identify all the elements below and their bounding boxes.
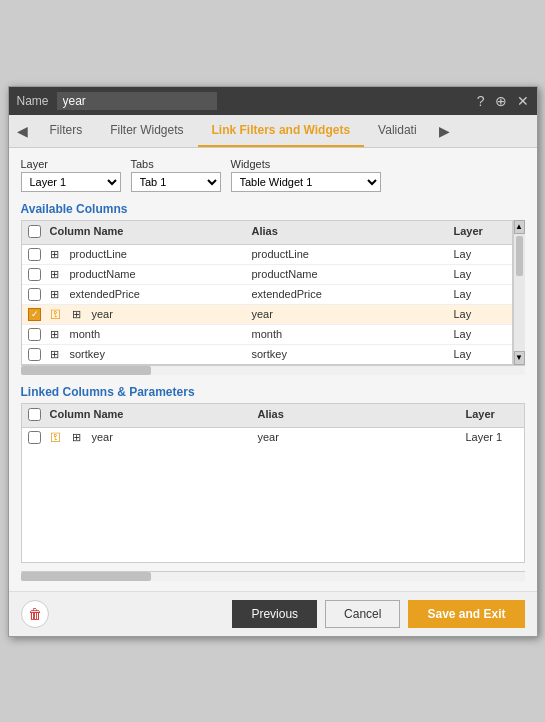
alias-cell: productLine [248,248,450,260]
widgets-label: Widgets [231,158,381,170]
alias-cell: month [248,328,450,340]
row-check [24,248,46,261]
col-name-text: productName [66,268,140,280]
row-check [24,288,46,301]
linked-col-icon: ⊞ [68,431,85,444]
linked-col-name-text: year [88,431,117,443]
scroll-down[interactable]: ▼ [514,351,525,365]
linked-row-checkbox[interactable] [28,431,41,444]
row-check [24,268,46,281]
col-icon: ⊞ [46,248,63,261]
move-icon[interactable]: ⊕ [495,93,507,109]
scroll-thumb [516,236,523,276]
row-checkbox[interactable] [28,328,41,341]
linked-header-alias: Alias [254,408,462,423]
header-col-name: Column Name [46,225,248,240]
col-icon: ⊞ [46,328,63,341]
linked-row-check [24,431,46,444]
scroll-up[interactable]: ▲ [514,220,525,234]
col-name-text: month [66,328,105,340]
layer-label: Layer [21,158,121,170]
close-icon[interactable]: ✕ [517,93,529,109]
col-icon: ⊞ [46,348,63,361]
layer-cell: Lay [450,268,510,280]
main-window: Name ? ⊕ ✕ ◀ Filters Filter Widgets Link… [8,86,538,637]
tab-prev[interactable]: ◀ [9,117,36,145]
tabs-group: Tabs Tab 1 [131,158,221,192]
table-row: ⊞ month month Lay [22,325,512,345]
col-name-cell: ⊞ productName [46,268,248,281]
tab-link-filters[interactable]: Link Filters and Widgets [198,115,365,147]
bottom-hscroll-thumb [21,572,151,581]
help-icon[interactable]: ? [477,93,485,109]
header-check [24,225,46,240]
delete-button[interactable]: 🗑 [21,600,49,628]
header-layer: Layer [450,225,510,240]
linked-table-row: ⚿ ⊞ year year Layer 1 [22,428,524,447]
col-name-cell: ⊞ extendedPrice [46,288,248,301]
widgets-group: Widgets Table Widget 1 [231,158,381,192]
col-name-text: extendedPrice [66,288,144,300]
name-input[interactable] [57,92,217,110]
footer: 🗑 Previous Cancel Save and Exit [9,591,537,636]
alias-cell: extendedPrice [248,288,450,300]
row-checkbox[interactable] [28,248,41,261]
delete-icon: 🗑 [28,606,42,622]
layer-cell: Lay [450,328,510,340]
row-checkbox[interactable] [28,268,41,281]
table-row: ⊞ extendedPrice extendedPrice Lay [22,285,512,305]
linked-header-check [24,408,46,423]
linked-header-layer: Layer [462,408,522,423]
layer-group: Layer Layer 1 [21,158,121,192]
linked-layer-cell: Layer 1 [462,431,522,443]
bottom-hscroll[interactable] [21,571,525,581]
tab-filter-widgets[interactable]: Filter Widgets [96,115,197,147]
linked-col-name-cell: ⚿ ⊞ year [46,431,254,444]
row-checkbox[interactable] [28,348,41,361]
vertical-scrollbar[interactable]: ▲ ▼ [513,220,525,365]
layer-select[interactable]: Layer 1 [21,172,121,192]
tab-next[interactable]: ▶ [431,117,458,145]
col-name-cell: ⊞ sortkey [46,348,248,361]
previous-button[interactable]: Previous [232,600,317,628]
link-icon: ⚿ [46,308,65,320]
available-columns-title: Available Columns [21,202,525,216]
layer-cell: Lay [450,308,510,320]
layer-cell: Lay [450,348,510,360]
tab-filters[interactable]: Filters [36,115,97,147]
alias-cell: year [248,308,450,320]
col-name-text: year [88,308,117,320]
scroll-track [514,234,525,351]
linked-columns-table: Column Name Alias Layer ⚿ ⊞ year year La [21,403,525,563]
available-hscroll[interactable] [21,365,525,375]
title-bar: Name ? ⊕ ✕ [9,87,537,115]
header-checkbox[interactable] [28,225,41,238]
row-checked-icon[interactable]: ✓ [28,308,41,321]
available-hscroll-thumb [21,366,151,375]
row-check [24,328,46,341]
widgets-select[interactable]: Table Widget 1 [231,172,381,192]
save-exit-button[interactable]: Save and Exit [408,600,524,628]
name-label: Name [17,94,49,108]
table-row: ⊞ productName productName Lay [22,265,512,285]
col-name-text: sortkey [66,348,109,360]
available-table-header: Column Name Alias Layer [22,221,512,245]
layer-cell: Lay [450,288,510,300]
available-table: Column Name Alias Layer ⊞ productLine [21,220,513,365]
cancel-button[interactable]: Cancel [325,600,400,628]
available-table-wrapper: Column Name Alias Layer ⊞ productLine [21,220,525,365]
tab-validati[interactable]: Validati [364,115,430,147]
tabs-select[interactable]: Tab 1 [131,172,221,192]
linked-header-col-name: Column Name [46,408,254,423]
linked-columns-title: Linked Columns & Parameters [21,385,525,399]
row-check [24,348,46,361]
table-row-year: ✓ ⚿ ⊞ year year Lay [22,305,512,325]
col-name-cell: ⊞ productLine [46,248,248,261]
col-name-cell: ⚿ ⊞ year [46,308,248,321]
linked-section: Linked Columns & Parameters Column Name … [21,385,525,563]
main-content: Layer Layer 1 Tabs Tab 1 Widgets Table W… [9,148,537,591]
layer-cell: Lay [450,248,510,260]
linked-header-checkbox[interactable] [28,408,41,421]
row-checkbox[interactable] [28,288,41,301]
header-alias: Alias [248,225,450,240]
